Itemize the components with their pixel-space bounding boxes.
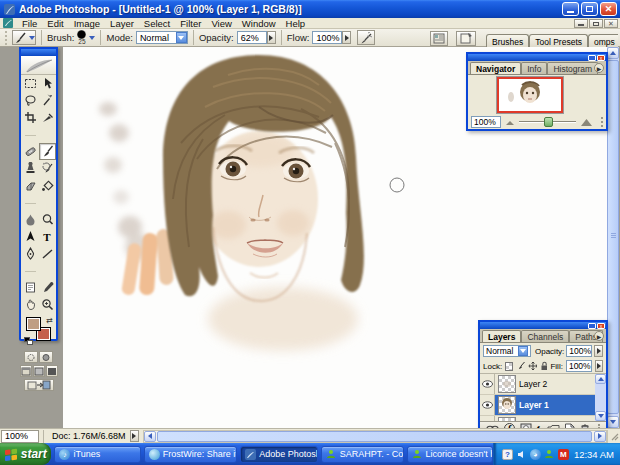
tab-channels[interactable]: Channels: [521, 330, 569, 342]
fullscreen-button[interactable]: [46, 365, 58, 377]
navigator-minimize-button[interactable]: [588, 55, 596, 61]
layers-menu-button[interactable]: ▶: [594, 331, 604, 341]
tool-blur[interactable]: [22, 211, 39, 228]
jump-to-imageready-button[interactable]: [24, 379, 54, 391]
current-tool-button[interactable]: [12, 30, 36, 45]
taskbar-button-licorice[interactable]: Licorice doesn't hav...: [407, 446, 493, 463]
lock-paint-icon[interactable]: [516, 361, 525, 371]
layer2-name[interactable]: Layer 2: [519, 379, 547, 389]
layer3-thumbnail[interactable]: [498, 417, 516, 421]
canvas-horizontal-scrollbar[interactable]: [143, 430, 607, 443]
standard-mode-button[interactable]: [24, 351, 38, 363]
options-grip[interactable]: [5, 31, 9, 45]
tool-eyedropper[interactable]: [39, 279, 56, 296]
tool-paint-bucket[interactable]: [39, 177, 56, 194]
layer1-visibility-eye-icon[interactable]: [480, 395, 495, 415]
tool-line[interactable]: [39, 245, 56, 262]
menu-select[interactable]: Select: [139, 18, 175, 29]
tool-crop[interactable]: [22, 109, 39, 126]
tool-brush[interactable]: [39, 143, 56, 160]
menu-help[interactable]: Help: [281, 18, 311, 29]
minimize-button[interactable]: [562, 2, 579, 16]
tray-volume-icon[interactable]: [516, 449, 527, 460]
flow-slider-button[interactable]: [342, 31, 351, 44]
layers-minimize-button[interactable]: [588, 323, 596, 329]
layer1-name[interactable]: Layer 1: [519, 400, 549, 410]
doc-restore-button[interactable]: [589, 19, 603, 28]
tray-messenger-icon[interactable]: ◕: [530, 449, 541, 460]
taskbar-button-sarahpt[interactable]: SARAHPT. - Conve...: [321, 446, 404, 463]
default-colors-icon[interactable]: [24, 337, 33, 345]
doc-minimize-button[interactable]: [574, 19, 588, 28]
taskbar-button-itunes[interactable]: ♪ iTunes: [54, 446, 140, 463]
tool-rectangular-marquee[interactable]: [22, 75, 39, 92]
start-button[interactable]: start: [0, 443, 51, 465]
layers-title-bar[interactable]: x: [480, 322, 606, 329]
palette-well-tab-tool-presets[interactable]: Tool Presets: [529, 34, 588, 47]
lock-position-icon[interactable]: [528, 361, 537, 371]
blend-mode-select[interactable]: Normal: [483, 345, 531, 357]
zoom-slider-thumb[interactable]: [544, 117, 553, 127]
bridge-button[interactable]: [456, 31, 476, 46]
doc-close-button[interactable]: ✕: [604, 19, 618, 28]
scroll-right-button[interactable]: [594, 431, 606, 442]
zoom-out-icon[interactable]: [505, 118, 515, 126]
layer-row-2[interactable]: Layer 2: [480, 374, 595, 395]
status-info-menu-button[interactable]: [130, 430, 139, 442]
scroll-down-button[interactable]: [607, 416, 619, 428]
lock-transparency-icon[interactable]: [505, 362, 513, 371]
mode-select[interactable]: Normal: [136, 31, 188, 44]
menu-window[interactable]: Window: [237, 18, 281, 29]
navigator-menu-button[interactable]: ▶: [594, 63, 604, 73]
toolbox-title-bar[interactable]: [21, 49, 56, 56]
navigator-zoom-field[interactable]: 100%: [471, 116, 501, 128]
navigator-title-bar[interactable]: x: [468, 54, 606, 61]
navigator-view-box[interactable]: [497, 77, 563, 113]
tray-buddy-icon[interactable]: [544, 449, 555, 460]
airbrush-toggle-button[interactable]: [357, 30, 375, 45]
restore-button[interactable]: [581, 2, 598, 16]
tray-help-icon[interactable]: ?: [502, 449, 513, 460]
menu-file[interactable]: File: [17, 18, 42, 29]
layer-list-scrollbar[interactable]: [595, 374, 606, 421]
tool-pen[interactable]: [22, 245, 39, 262]
tool-dodge[interactable]: [39, 211, 56, 228]
tool-magic-wand[interactable]: [39, 92, 56, 109]
scroll-left-button[interactable]: [144, 431, 156, 442]
quick-mask-mode-button[interactable]: [39, 351, 53, 363]
tool-path-selection[interactable]: [22, 228, 39, 245]
tool-clone-stamp[interactable]: [22, 160, 39, 177]
fill-field[interactable]: 100%: [566, 360, 592, 372]
layers-opacity-field[interactable]: 100%: [566, 345, 592, 357]
layer1-thumbnail[interactable]: [498, 396, 516, 414]
tab-histogram[interactable]: Histogram: [547, 62, 598, 74]
menu-edit[interactable]: Edit: [42, 18, 68, 29]
navigator-resize-grip[interactable]: [597, 117, 603, 127]
menu-filter[interactable]: Filter: [175, 18, 206, 29]
opacity-slider-button[interactable]: [267, 31, 276, 44]
vertical-scroll-thumb[interactable]: [607, 60, 619, 414]
layer2-thumbnail[interactable]: [498, 375, 516, 393]
tab-layers[interactable]: Layers: [482, 330, 521, 342]
tool-move[interactable]: [39, 75, 56, 92]
fill-slider-button[interactable]: [595, 360, 603, 372]
menu-image[interactable]: Image: [69, 18, 105, 29]
layers-close-button[interactable]: x: [597, 323, 605, 329]
foreground-color-swatch[interactable]: [26, 317, 41, 331]
tool-hand[interactable]: [22, 296, 39, 313]
tab-navigator[interactable]: Navigator: [470, 62, 521, 74]
brush-preset-picker[interactable]: 25: [77, 30, 95, 46]
tab-info[interactable]: Info: [521, 62, 547, 74]
tool-eraser[interactable]: [22, 177, 39, 194]
layer3-visibility-eye-icon[interactable]: [480, 416, 495, 421]
tool-slice[interactable]: [39, 109, 56, 126]
layer-scroll-down[interactable]: [595, 411, 606, 421]
navigator-thumbnail[interactable]: [496, 76, 564, 114]
horizontal-scroll-thumb[interactable]: [157, 431, 592, 442]
layers-opacity-slider-button[interactable]: [594, 345, 603, 357]
menu-layer[interactable]: Layer: [105, 18, 139, 29]
zoom-in-icon[interactable]: [580, 117, 593, 127]
fullscreen-menubar-button[interactable]: [33, 365, 45, 377]
flow-field[interactable]: 100%: [312, 31, 342, 44]
window-resize-grip[interactable]: [607, 430, 620, 443]
